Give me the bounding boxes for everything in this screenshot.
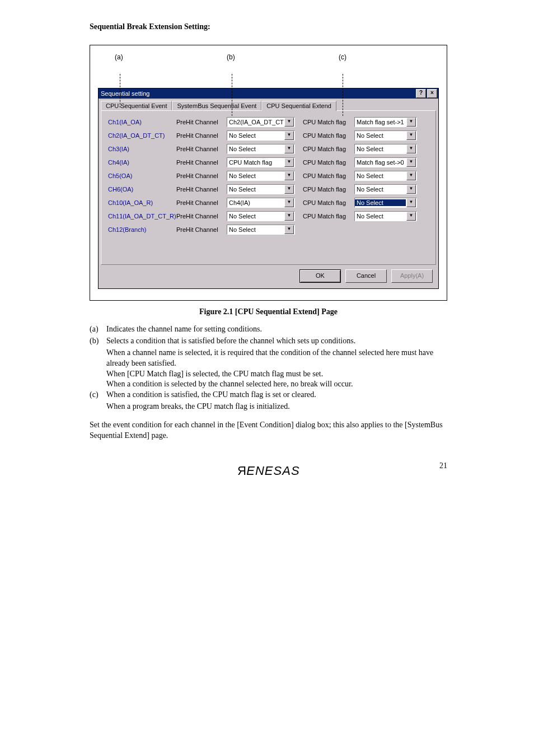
prehit-label: PreHit Channel — [176, 186, 224, 193]
chevron-down-icon[interactable]: ▼ — [406, 158, 416, 167]
channel-name: Ch12(Branch) — [108, 226, 174, 233]
close-button[interactable]: × — [427, 89, 437, 98]
dialog-buttons: OK Cancel Apply(A) — [99, 269, 438, 288]
channel-row: Ch2(IA_OA_DT_CT)PreHit ChannelNo Select▼… — [108, 129, 431, 142]
note-b-line3: When [CPU Match flag] is selected, the C… — [106, 369, 447, 380]
channel-row: Ch11(IA_OA_DT_CT_R)PreHit ChannelNo Sele… — [108, 209, 431, 223]
help-button[interactable]: ? — [416, 89, 426, 98]
note-b-tag: (b) — [90, 336, 106, 347]
prehit-label: PreHit Channel — [176, 226, 224, 233]
chevron-down-icon[interactable]: ▼ — [284, 118, 294, 127]
channel-name: CH6(OA) — [108, 186, 174, 193]
prehit-select[interactable]: No Select▼ — [227, 130, 295, 141]
prehit-label: PreHit Channel — [176, 172, 224, 179]
tab-cpu-sequential-event[interactable]: CPU Sequential Event — [101, 101, 172, 110]
channel-row: Ch1(IA_OA)PreHit ChannelCh2(IA_OA_DT_CT)… — [108, 115, 431, 129]
chevron-down-icon[interactable]: ▼ — [406, 144, 416, 153]
chevron-down-icon[interactable]: ▼ — [284, 185, 294, 194]
matchflag-select[interactable]: No Select▼ — [354, 198, 417, 208]
prehit-select[interactable]: Ch2(IA_OA_DT_CT)▼ — [227, 117, 295, 127]
tab-cpu-sequential-extend[interactable]: CPU Sequential Extend — [261, 101, 336, 111]
note-b-line4: When a condition is selected by the chan… — [106, 379, 447, 390]
chevron-down-icon[interactable]: ▼ — [284, 225, 294, 234]
sequential-setting-dialog: Sequential setting ? × CPU Sequential Ev… — [98, 88, 439, 289]
matchflag-select[interactable]: No Select▼ — [354, 171, 417, 181]
matchflag-select[interactable]: No Select▼ — [354, 130, 417, 141]
prehit-label: PreHit Channel — [176, 159, 224, 166]
matchflag-select[interactable]: No Select▼ — [354, 184, 417, 194]
matchflag-select[interactable]: No Select▼ — [354, 211, 417, 221]
note-c-line2: When a program breaks, the CPU match fla… — [106, 402, 447, 412]
channel-name: Ch10(IA_OA_R) — [108, 199, 174, 206]
chevron-down-icon[interactable]: ▼ — [284, 212, 294, 221]
chevron-down-icon[interactable]: ▼ — [406, 185, 416, 194]
matchflag-label: CPU Match flag — [303, 213, 352, 220]
matchflag-label: CPU Match flag — [303, 186, 352, 193]
note-a-tag: (a) — [90, 324, 106, 335]
chevron-down-icon[interactable]: ▼ — [284, 144, 294, 153]
prehit-label: PreHit Channel — [176, 199, 224, 206]
note-b-line1: Selects a condition that is satisfied be… — [106, 336, 355, 347]
ok-button[interactable]: OK — [299, 269, 341, 283]
chevron-down-icon[interactable]: ▼ — [406, 198, 416, 207]
prehit-label: PreHit Channel — [176, 213, 224, 220]
channel-name: Ch1(IA_OA) — [108, 119, 174, 125]
annotation-labels: (a) (b) (c) — [98, 53, 439, 88]
cancel-button[interactable]: Cancel — [345, 269, 387, 283]
matchflag-select[interactable]: No Select▼ — [354, 144, 417, 154]
prehit-label: PreHit Channel — [176, 146, 224, 152]
channel-row: Ch3(IA)PreHit ChannelNo Select▼CPU Match… — [108, 142, 431, 156]
chevron-down-icon[interactable]: ▼ — [406, 171, 416, 180]
annot-a: (a) — [115, 53, 123, 61]
matchflag-label: CPU Match flag — [303, 132, 352, 139]
channel-name: Ch5(OA) — [108, 172, 174, 179]
prehit-label: PreHit Channel — [176, 132, 224, 139]
figure-caption: Figure 2.1 [CPU Sequential Extend] Page — [90, 307, 447, 316]
dialog-titlebar: Sequential setting ? × — [99, 88, 438, 99]
matchflag-label: CPU Match flag — [303, 146, 352, 152]
note-a-text: Indicates the channel name for setting c… — [106, 324, 262, 335]
channel-row: Ch10(IA_OA_R)PreHit ChannelCh4(IA)▼CPU M… — [108, 196, 431, 209]
prehit-select[interactable]: No Select▼ — [227, 184, 295, 194]
prehit-select[interactable]: CPU Match flag▼ — [227, 157, 295, 167]
prehit-select[interactable]: No Select▼ — [227, 144, 295, 154]
channel-row: Ch4(IA)PreHit ChannelCPU Match flag▼CPU … — [108, 156, 431, 169]
prehit-select[interactable]: No Select▼ — [227, 211, 295, 221]
matchflag-label: CPU Match flag — [303, 172, 352, 179]
chevron-down-icon[interactable]: ▼ — [284, 198, 294, 207]
chevron-down-icon[interactable]: ▼ — [284, 171, 294, 180]
channel-name: Ch4(IA) — [108, 159, 174, 166]
matchflag-select[interactable]: Match flag set->1▼ — [354, 117, 417, 127]
matchflag-label: CPU Match flag — [303, 199, 352, 206]
note-b-line2: When a channel name is selected, it is r… — [106, 348, 447, 369]
prehit-select[interactable]: Ch4(IA)▼ — [227, 198, 295, 208]
chevron-down-icon[interactable]: ▼ — [406, 118, 416, 127]
closing-paragraph: Set the event condition for each channel… — [90, 420, 447, 441]
note-c-tag: (c) — [90, 390, 106, 400]
prehit-select[interactable]: No Select▼ — [227, 171, 295, 181]
channel-row: CH6(OA)PreHit ChannelNo Select▼CPU Match… — [108, 183, 431, 196]
brand-logo: RRENESASENESAS — [90, 464, 447, 478]
chevron-down-icon[interactable]: ▼ — [284, 131, 294, 140]
section-title: Sequential Break Extension Setting: — [90, 22, 447, 31]
matchflag-label: CPU Match flag — [303, 119, 352, 125]
notes-list: (a) Indicates the channel name for setti… — [90, 324, 447, 412]
note-c-line1: When a condition is satisfied, the CPU m… — [106, 390, 316, 400]
figure-frame: (a) (b) (c) Sequential setting ? × CPU S… — [90, 45, 447, 301]
chevron-down-icon[interactable]: ▼ — [284, 158, 294, 167]
tab-panel: Ch1(IA_OA)PreHit ChannelCh2(IA_OA_DT_CT)… — [101, 110, 436, 265]
annot-b: (b) — [227, 53, 235, 61]
annot-c: (c) — [339, 53, 346, 61]
prehit-select[interactable]: No Select▼ — [227, 225, 295, 235]
chevron-down-icon[interactable]: ▼ — [406, 212, 416, 221]
tabstrip: CPU Sequential Event SystemBus Sequentia… — [101, 101, 436, 110]
matchflag-select[interactable]: Match flag set->0▼ — [354, 157, 417, 167]
chevron-down-icon[interactable]: ▼ — [406, 131, 416, 140]
channel-name: Ch2(IA_OA_DT_CT) — [108, 132, 174, 139]
tab-systembus-sequential-event[interactable]: SystemBus Sequential Event — [172, 101, 261, 110]
apply-button[interactable]: Apply(A) — [391, 269, 433, 283]
matchflag-label: CPU Match flag — [303, 159, 352, 166]
page-number: 21 — [439, 461, 447, 470]
channel-row: Ch5(OA)PreHit ChannelNo Select▼CPU Match… — [108, 169, 431, 183]
channel-name: Ch11(IA_OA_DT_CT_R) — [108, 213, 174, 220]
